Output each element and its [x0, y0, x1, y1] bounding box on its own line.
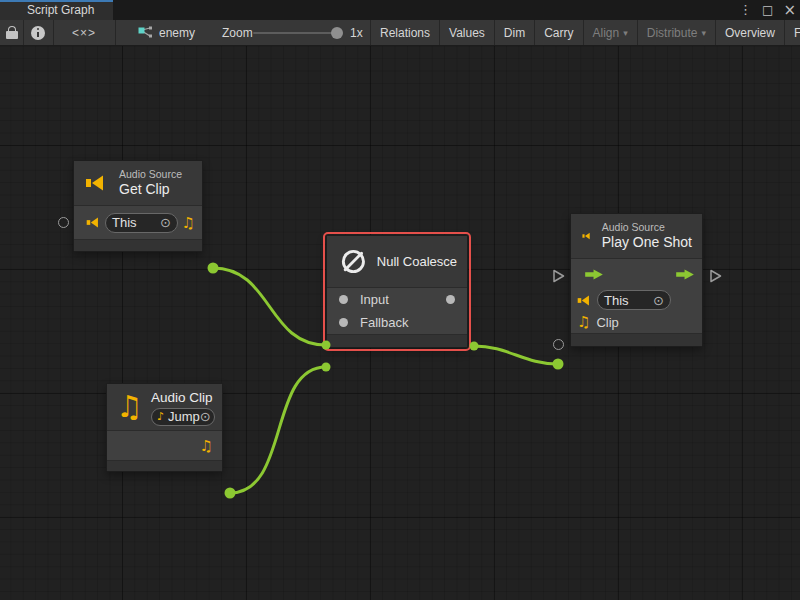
graph-toolbar: <×> enemy Zoom 1x Relations [0, 20, 800, 46]
node-category: Audio Source [119, 168, 182, 181]
node-null-coalesce[interactable]: Null Coalesce Input Fallback [326, 235, 468, 348]
zoom-label: Zoom [222, 20, 253, 45]
values-button[interactable]: Values [440, 20, 494, 45]
zoom-value: 1x [350, 20, 363, 45]
node-header[interactable]: Null Coalesce [327, 236, 467, 288]
zoom-slider-track[interactable] [253, 32, 341, 34]
audio-source-icon [577, 294, 592, 307]
target-picker-icon[interactable]: ⊙ [653, 293, 664, 308]
result-output-port[interactable] [446, 295, 455, 304]
node-title: Audio Clip [151, 389, 215, 406]
maximize-icon[interactable]: □ [762, 0, 773, 20]
lock-icon [6, 26, 18, 39]
field-value: Jump [168, 409, 200, 424]
node-play-one-shot[interactable]: Audio Source Play One Shot This [570, 213, 703, 347]
node-audio-clip[interactable]: ♫ Audio Clip ♪ Jump ⊙ ♫ [106, 383, 223, 472]
node-footer [571, 333, 702, 346]
dim-button[interactable]: Dim [495, 20, 534, 45]
align-button[interactable]: Align▾ [584, 20, 637, 45]
node-title: Play One Shot [602, 234, 692, 251]
target-input-port[interactable] [553, 339, 564, 350]
audio-source-icon [85, 172, 110, 194]
wire-endpoint[interactable] [470, 342, 479, 351]
tab-bar: Script Graph ⋮ □ × [0, 0, 800, 20]
flow-exit-port[interactable] [709, 269, 723, 283]
audio-source-icon [582, 225, 593, 247]
this-field[interactable]: This ⊙ [105, 213, 178, 233]
clip-port-icon: ♫ [577, 313, 590, 331]
audio-clip-icon: ♫ [116, 392, 143, 422]
field-value: This [604, 293, 629, 308]
node-header[interactable]: Audio Source Get Clip [74, 161, 202, 206]
wire-output-to-clip[interactable] [474, 346, 558, 364]
window-controls: ⋮ □ × [739, 0, 796, 20]
flow-enter-port[interactable] [552, 269, 566, 283]
script-graph-window: Script Graph ⋮ □ × <×> ene [0, 0, 800, 600]
this-field[interactable]: This ⊙ [597, 290, 671, 310]
chevron-down-icon: ▾ [701, 28, 706, 38]
graph-canvas[interactable]: Audio Source Get Clip This ⊙ ♫ [0, 46, 800, 600]
zoom-slider[interactable] [253, 20, 341, 45]
audio-clip-icon: ♪ [157, 410, 164, 423]
window-menu-icon[interactable]: ⋮ [739, 0, 752, 20]
carry-button[interactable]: Carry [535, 20, 582, 45]
field-value: This [112, 215, 137, 230]
target-picker-icon[interactable]: ⊙ [200, 409, 211, 424]
target-picker-icon[interactable]: ⊙ [160, 215, 171, 230]
port-label: Input [360, 292, 389, 307]
wire-audioclip-to-fallback[interactable] [230, 367, 326, 493]
inspect-button[interactable] [31, 20, 45, 45]
code-icon: <×> [72, 26, 96, 40]
node-title: Get Clip [119, 181, 182, 198]
node-footer [327, 334, 467, 347]
toolbar-buttons: Relations Values Dim Carry Align▾ Distri… [371, 20, 800, 45]
relations-button[interactable]: Relations [371, 20, 439, 45]
graph-icon [138, 26, 153, 39]
node-header[interactable]: Audio Source Play One Shot [571, 214, 702, 259]
flow-in-arrow-icon [584, 268, 604, 281]
wire-getclip-to-input[interactable] [213, 268, 326, 345]
close-icon[interactable]: × [783, 0, 796, 20]
distribute-button[interactable]: Distribute▾ [638, 20, 715, 45]
target-input-port[interactable] [58, 217, 69, 228]
null-coalesce-icon [339, 247, 368, 276]
audio-source-icon [86, 216, 101, 229]
chevron-down-icon: ▾ [623, 28, 628, 38]
getclip-output-port[interactable] [208, 263, 219, 274]
port-label: Fallback [360, 315, 408, 330]
port-label: Clip [596, 315, 618, 330]
code-preview-button[interactable]: <×> [72, 20, 96, 45]
tab-script-graph[interactable]: Script Graph [0, 0, 113, 20]
lock-button[interactable] [6, 20, 18, 45]
flow-out-arrow-icon [675, 268, 695, 281]
input-port[interactable] [339, 295, 348, 304]
graph-name: enemy [159, 26, 195, 40]
info-icon [31, 26, 45, 40]
clip-input-port[interactable] [553, 359, 564, 370]
fullscreen-button[interactable]: Full Screen [785, 20, 800, 45]
jump-field[interactable]: ♪ Jump ⊙ [151, 408, 215, 426]
node-get-clip[interactable]: Audio Source Get Clip This ⊙ ♫ [73, 160, 203, 252]
audio-clip-output-icon: ♫ [200, 437, 213, 455]
node-title: Null Coalesce [377, 253, 457, 270]
node-category: Audio Source [602, 221, 692, 234]
audio-clip-output-icon: ♫ [182, 214, 195, 232]
graph-breadcrumb[interactable]: enemy [138, 20, 195, 45]
zoom-slider-handle[interactable] [331, 27, 343, 39]
overview-button[interactable]: Overview [716, 20, 784, 45]
node-header[interactable]: ♫ Audio Clip ♪ Jump ⊙ [107, 384, 222, 431]
wire-endpoint[interactable] [322, 363, 331, 372]
fallback-port[interactable] [339, 318, 348, 327]
node-footer [74, 239, 202, 251]
audioclip-output-port[interactable] [225, 488, 236, 499]
node-footer [107, 460, 222, 471]
